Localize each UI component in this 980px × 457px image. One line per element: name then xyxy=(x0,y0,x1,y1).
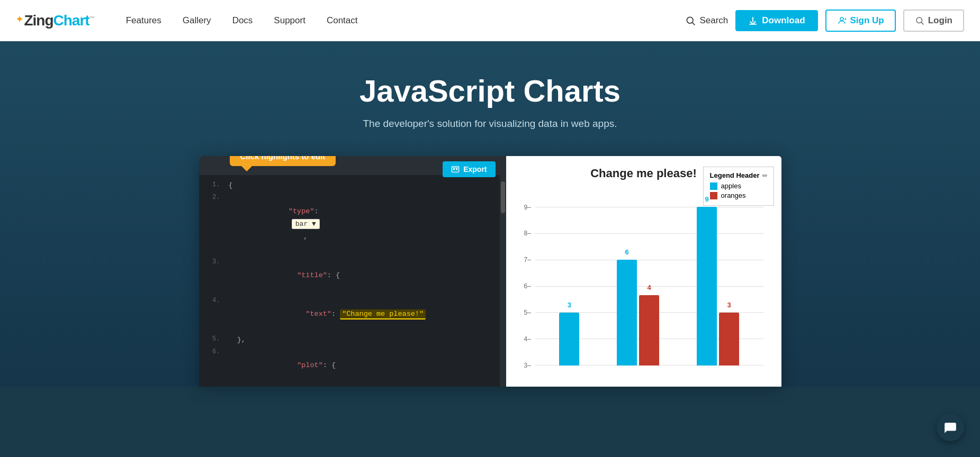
bars-wrap: 3 6 4 xyxy=(535,207,763,365)
legend-item-apples: apples xyxy=(710,182,767,190)
download-label: Download xyxy=(762,15,805,26)
svg-line-7 xyxy=(921,22,923,24)
code-line-4: 4. "text": "Change me please!" xyxy=(199,295,506,334)
nav-links: Features Gallery Docs Support Contact xyxy=(126,15,686,26)
signup-icon xyxy=(837,16,847,25)
bar-oranges-2[interactable]: 4 xyxy=(639,295,659,365)
bar-apples-3[interactable]: 9 xyxy=(697,207,717,365)
nav-right: Search Download Sign Up Login xyxy=(685,10,964,32)
code-line-6: 6. "plot": { xyxy=(199,346,506,385)
login-button[interactable]: Login xyxy=(903,10,964,32)
export-label: Export xyxy=(463,165,487,173)
scrollbar-thumb[interactable] xyxy=(501,181,505,213)
search-label: Search xyxy=(699,15,728,26)
bar-group-1: 3 xyxy=(559,313,579,365)
bar-group-2: 6 4 xyxy=(617,260,659,365)
legend-resize-icon[interactable]: ⇔ xyxy=(762,172,767,179)
code-panel: Export 1. { 2. "type": bar ▼ , xyxy=(199,156,506,387)
hero-section: JavaScript Charts The developer's soluti… xyxy=(0,41,980,387)
bar-label-oranges-2: 4 xyxy=(648,284,651,291)
svg-point-0 xyxy=(687,17,694,23)
code-line-5: 5. }, xyxy=(199,334,506,346)
login-label: Login xyxy=(928,15,952,26)
svg-point-9 xyxy=(453,169,454,170)
svg-point-3 xyxy=(840,17,843,21)
navbar: ✦ ZingChart™ Features Gallery Docs Suppo… xyxy=(0,0,980,41)
bar-label-oranges-3: 3 xyxy=(727,301,731,309)
export-button[interactable]: Export xyxy=(443,161,495,177)
y-axis: 3– 4– 5– 6– 7– 8– 9– xyxy=(524,207,531,365)
bar-group-3: 9 3 xyxy=(697,207,739,365)
export-icon xyxy=(451,165,460,173)
svg-line-1 xyxy=(693,22,695,25)
type-select[interactable]: bar ▼ xyxy=(292,219,320,229)
chart-grid: 3 6 4 xyxy=(535,207,763,365)
demo-panel: Click highlights to edit Export 1. { xyxy=(199,156,781,387)
legend-label-apples: apples xyxy=(721,182,741,190)
tooltip-bubble: Click highlights to edit xyxy=(230,156,336,166)
download-button[interactable]: Download xyxy=(735,10,817,31)
code-line-2: 2. "type": bar ▼ , xyxy=(199,192,506,256)
login-icon xyxy=(915,16,924,25)
signup-button[interactable]: Sign Up xyxy=(825,10,896,32)
signup-label: Sign Up xyxy=(850,15,884,26)
svg-point-6 xyxy=(916,17,922,23)
chat-icon xyxy=(943,421,957,434)
code-line-3: 3. "title": { xyxy=(199,257,506,295)
search-icon xyxy=(685,15,696,26)
chart-panel: Change me please! Legend Header ⇔ apples… xyxy=(506,156,781,387)
bar-label-apples-2: 6 xyxy=(625,248,629,256)
legend-swatch-apples xyxy=(710,182,717,190)
download-icon xyxy=(748,16,758,25)
chart-title-editable[interactable]: "Change me please!" xyxy=(340,309,426,319)
chat-widget[interactable] xyxy=(937,414,964,441)
hero-subtitle: The developer's solution for visualizing… xyxy=(21,118,959,130)
code-body[interactable]: 1. { 2. "type": bar ▼ , 3. xyxy=(199,175,506,387)
nav-support[interactable]: Support xyxy=(274,15,305,26)
code-line-7: 7. "value-box": { xyxy=(199,385,506,387)
code-line-1: 1. { xyxy=(199,179,506,192)
bar-label-apples-3: 9 xyxy=(705,195,708,203)
chart-area: 3– 4– 5– 6– 7– 8– 9– xyxy=(519,190,769,381)
nav-gallery[interactable]: Gallery xyxy=(183,15,211,26)
logo[interactable]: ✦ ZingChart™ xyxy=(16,12,94,29)
legend-header: Legend Header ⇔ xyxy=(710,171,767,179)
bar-oranges-3[interactable]: 3 xyxy=(719,313,739,365)
svg-point-10 xyxy=(456,169,457,170)
demo-wrapper: Click highlights to edit Export 1. { xyxy=(21,156,959,387)
search-button[interactable]: Search xyxy=(685,15,728,26)
nav-contact[interactable]: Contact xyxy=(327,15,358,26)
svg-rect-8 xyxy=(452,167,458,172)
bar-label-apples-1: 3 xyxy=(568,301,571,309)
nav-docs[interactable]: Docs xyxy=(232,15,253,26)
nav-features[interactable]: Features xyxy=(126,15,161,26)
bar-apples-2[interactable]: 6 xyxy=(617,260,637,365)
bar-apples-1[interactable]: 3 xyxy=(559,313,579,365)
hero-title: JavaScript Charts xyxy=(21,73,959,108)
scrollbar-track[interactable] xyxy=(500,175,506,387)
